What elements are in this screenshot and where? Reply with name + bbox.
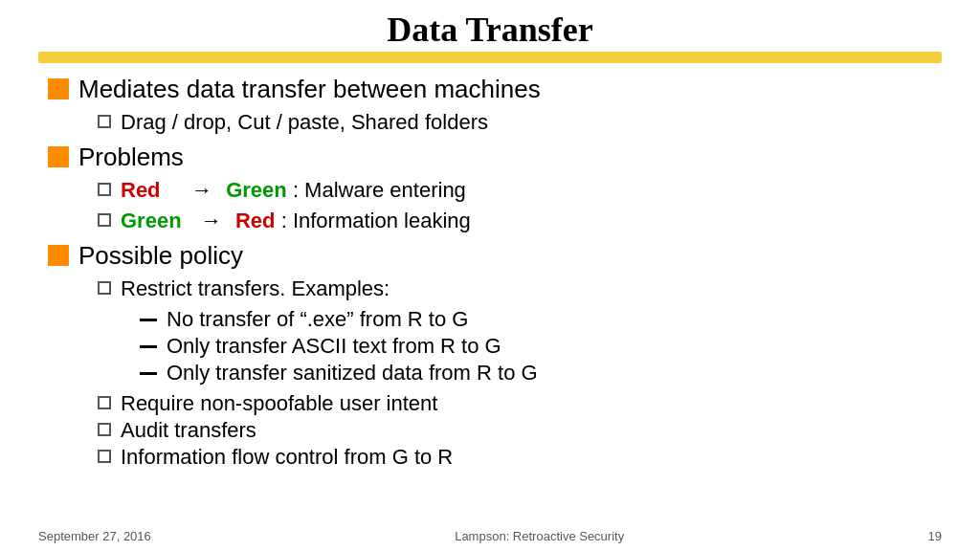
info-leaking-text: : Information leaking [281, 209, 471, 232]
orange-square-icon-2 [48, 146, 69, 167]
slide: Data Transfer Mediates data transfer bet… [0, 0, 980, 551]
green-label-2: Green [121, 209, 182, 232]
orange-square-icon [48, 78, 69, 99]
footer-page: 19 [928, 529, 942, 543]
orange-square-icon-3 [48, 245, 69, 266]
red-label-2: Red [235, 209, 276, 232]
green-label-1: Green [226, 178, 287, 202]
bullet-l2-3b: Require non-spoofable user intent [98, 391, 942, 416]
bullet-l1-2: Problems [48, 143, 942, 172]
bullet-l3-2: Only transfer ASCII text from R to G [140, 334, 942, 359]
small-square-icon [98, 115, 111, 128]
bullet-l3-3: Only transfer sanitized data from R to G [140, 361, 942, 386]
small-square-icon-3d [98, 450, 111, 463]
bullet-l1-3: Possible policy [48, 241, 942, 271]
small-square-icon-2a [98, 183, 111, 196]
bullet-l2-1a-text: Drag / drop, Cut / paste, Shared folders [121, 110, 488, 135]
small-square-icon-3a [98, 281, 111, 295]
bullet-l1-2-text: Problems [78, 143, 184, 172]
slide-title: Data Transfer [38, 10, 942, 50]
footer-date: September 27, 2016 [38, 529, 151, 543]
bullet-l3-1: No transfer of “.exe” from R to G [140, 307, 942, 332]
title-underline [38, 52, 942, 63]
footer-center: Lampson: Retroactive Security [455, 529, 624, 543]
bullet-l1-3-text: Possible policy [78, 241, 243, 271]
arrow-1: → [174, 178, 212, 202]
small-square-icon-3b [98, 396, 111, 409]
red-label-1: Red [121, 178, 161, 202]
bullet-l3-1-text: No transfer of “.exe” from R to G [167, 307, 468, 332]
bullet-l2-3b-text: Require non-spoofable user intent [121, 391, 437, 416]
bullet-l2-3a-text: Restrict transfers. Examples: [121, 276, 390, 301]
bullet-l2-3d: Information flow control from G to R [98, 445, 942, 470]
bullet-l2-1a: Drag / drop, Cut / paste, Shared folders [98, 110, 942, 135]
bullet-l2-2a: Red → Green : Malware entering [98, 178, 942, 203]
title-area: Data Transfer [38, 0, 942, 63]
slide-footer: September 27, 2016 Lampson: Retroactive … [0, 529, 980, 543]
small-square-icon-3c [98, 423, 111, 436]
dash-icon-3 [140, 372, 157, 375]
bullet-l2-3a: Restrict transfers. Examples: [98, 276, 942, 301]
dash-icon-1 [140, 319, 157, 321]
bullet-l2-3c: Audit transfers [98, 418, 942, 443]
small-square-icon-2b [98, 213, 111, 227]
content-area: Mediates data transfer between machines … [38, 75, 942, 470]
bullet-l2-2b: Green → Red : Information leaking [98, 209, 942, 233]
arrow-2: → [195, 209, 222, 232]
dash-icon-2 [140, 345, 157, 348]
bullet-l1-1-text: Mediates data transfer between machines [78, 75, 541, 104]
bullet-l3-2-text: Only transfer ASCII text from R to G [167, 334, 501, 359]
malware-text: : Malware entering [293, 178, 466, 202]
bullet-l3-3-text: Only transfer sanitized data from R to G [167, 361, 538, 386]
bullet-l2-3c-text: Audit transfers [121, 418, 256, 443]
bullet-l1-1: Mediates data transfer between machines [48, 75, 942, 104]
bullet-l2-3d-text: Information flow control from G to R [121, 445, 453, 470]
